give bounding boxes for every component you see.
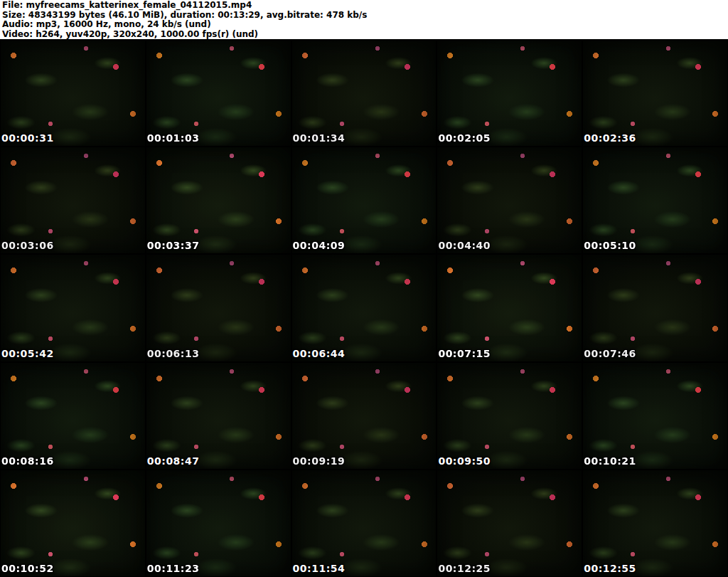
audio-info-line: Audio: mp3, 16000 Hz, mono, 24 kb/s (und…: [2, 20, 726, 30]
timestamp-label: 00:06:13: [147, 348, 200, 359]
timestamp-label: 00:11:23: [147, 563, 200, 574]
timestamp-label: 00:01:34: [293, 132, 346, 144]
video-thumbnail: 00:12:25: [437, 470, 582, 577]
video-thumbnail: 00:00:31: [0, 39, 146, 147]
file-info-line: File: myfreecams_katterinex_female_04112…: [2, 1, 726, 11]
video-thumbnail: 00:05:10: [582, 147, 728, 254]
video-thumbnail: 00:07:15: [437, 254, 582, 361]
metadata-header: File: myfreecams_katterinex_female_04112…: [0, 0, 728, 39]
timestamp-label: 00:09:19: [293, 455, 346, 467]
timestamp-label: 00:05:42: [1, 348, 54, 359]
timestamp-label: 00:04:40: [438, 240, 491, 251]
video-thumbnail: 00:10:21: [582, 362, 728, 470]
timestamp-label: 00:02:36: [584, 132, 636, 144]
video-thumbnail: 00:03:06: [0, 147, 146, 254]
timestamp-label: 00:04:09: [293, 240, 346, 251]
video-thumbnail: 00:02:36: [582, 39, 728, 147]
timestamp-label: 00:10:52: [1, 563, 54, 574]
video-thumbnail: 00:06:13: [146, 254, 291, 361]
timestamp-label: 00:07:15: [438, 348, 491, 359]
video-thumbnail: 00:09:19: [291, 362, 437, 470]
video-thumbnail: 00:07:46: [582, 254, 728, 361]
size-info-line: Size: 48343199 bytes (46.10 MiB), durati…: [2, 11, 726, 21]
video-thumbnail: 00:04:40: [437, 147, 582, 254]
video-info-line: Video: h264, yuv420p, 320x240, 1000.00 f…: [2, 30, 726, 40]
timestamp-label: 00:01:03: [147, 132, 200, 144]
video-thumbnail: 00:04:09: [291, 147, 437, 254]
video-thumbnail: 00:10:52: [0, 470, 146, 577]
timestamp-label: 00:12:55: [584, 563, 636, 574]
video-thumbnail: 00:03:37: [146, 147, 291, 254]
timestamp-label: 00:00:31: [1, 132, 54, 144]
video-thumbnail: 00:08:16: [0, 362, 146, 470]
timestamp-label: 00:02:05: [438, 132, 491, 144]
thumbnail-grid: 00:00:31 00:01:03 00:01:34 00:02:05 00:0…: [0, 39, 728, 577]
timestamp-label: 00:03:37: [147, 240, 200, 251]
timestamp-label: 00:08:16: [1, 455, 54, 467]
timestamp-label: 00:12:25: [438, 563, 491, 574]
video-thumbnail: 00:09:50: [437, 362, 582, 470]
timestamp-label: 00:05:10: [584, 240, 636, 251]
timestamp-label: 00:09:50: [438, 455, 491, 467]
video-thumbnail: 00:01:03: [146, 39, 291, 147]
video-thumbnail: 00:02:05: [437, 39, 582, 147]
video-thumbnail: 00:12:55: [582, 470, 728, 577]
video-thumbnail: 00:01:34: [291, 39, 437, 147]
video-thumbnail: 00:05:42: [0, 254, 146, 361]
video-thumbnail: 00:06:44: [291, 254, 437, 361]
video-thumbnail: 00:11:23: [146, 470, 291, 577]
timestamp-label: 00:10:21: [584, 455, 636, 467]
timestamp-label: 00:11:54: [293, 563, 346, 574]
timestamp-label: 00:08:47: [147, 455, 200, 467]
timestamp-label: 00:07:46: [584, 348, 636, 359]
video-thumbnail: 00:11:54: [291, 470, 437, 577]
video-thumbnail: 00:08:47: [146, 362, 291, 470]
timestamp-label: 00:06:44: [293, 348, 346, 359]
timestamp-label: 00:03:06: [1, 240, 54, 251]
